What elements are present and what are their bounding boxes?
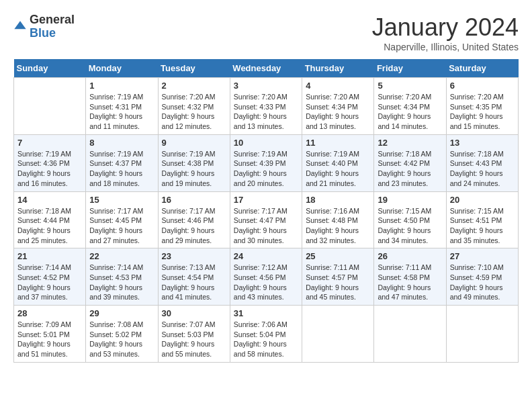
day-info: Sunrise: 7:16 AMSunset: 4:48 PMDaylight:… [306,206,370,246]
day-number: 8 [89,138,154,148]
day-info: Sunrise: 7:17 AMSunset: 4:47 PMDaylight:… [234,206,298,246]
day-number: 1 [89,81,154,91]
day-number: 5 [378,81,442,91]
calendar-cell: 26Sunrise: 7:11 AMSunset: 4:58 PMDayligh… [374,248,446,306]
svg-marker-0 [14,21,26,29]
day-info: Sunrise: 7:11 AMSunset: 4:57 PMDaylight:… [306,263,370,302]
day-info: Sunrise: 7:17 AMSunset: 4:45 PMDaylight:… [89,206,154,246]
calendar-cell: 25Sunrise: 7:11 AMSunset: 4:57 PMDayligh… [302,248,374,306]
day-number: 23 [162,251,226,261]
logo-icon [13,20,27,34]
day-info: Sunrise: 7:19 AMSunset: 4:39 PMDaylight:… [234,149,298,189]
day-number: 16 [162,195,226,205]
day-number: 25 [306,251,370,261]
calendar-cell: 4Sunrise: 7:20 AMSunset: 4:34 PMDaylight… [302,78,374,135]
day-number: 9 [162,138,226,148]
day-info: Sunrise: 7:20 AMSunset: 4:32 PMDaylight:… [162,92,226,132]
day-number: 19 [378,195,442,205]
calendar-day-header: Saturday [446,59,518,78]
calendar-cell: 19Sunrise: 7:15 AMSunset: 4:50 PMDayligh… [374,191,446,248]
calendar-cell: 24Sunrise: 7:12 AMSunset: 4:56 PMDayligh… [230,248,302,306]
page-header: General Blue January 2024 Naperville, Il… [13,13,519,52]
calendar-cell [374,306,446,363]
calendar-cell: 11Sunrise: 7:19 AMSunset: 4:40 PMDayligh… [302,134,374,191]
calendar-cell: 16Sunrise: 7:17 AMSunset: 4:46 PMDayligh… [158,191,230,248]
day-number: 7 [17,138,82,148]
logo: General Blue [13,13,75,40]
calendar-cell: 18Sunrise: 7:16 AMSunset: 4:48 PMDayligh… [302,191,374,248]
logo-blue-text: Blue [30,27,75,40]
calendar-cell: 8Sunrise: 7:19 AMSunset: 4:37 PMDaylight… [86,134,158,191]
day-number: 11 [306,138,370,148]
calendar-day-header: Wednesday [230,59,302,78]
calendar-cell: 1Sunrise: 7:19 AMSunset: 4:31 PMDaylight… [86,78,158,135]
calendar-cell: 12Sunrise: 7:18 AMSunset: 4:42 PMDayligh… [374,134,446,191]
calendar-cell [14,78,86,135]
day-number: 18 [306,195,370,205]
month-title: January 2024 [372,13,519,42]
calendar-cell: 28Sunrise: 7:09 AMSunset: 5:01 PMDayligh… [14,306,86,363]
calendar-cell: 14Sunrise: 7:18 AMSunset: 4:44 PMDayligh… [14,191,86,248]
logo-general-text: General [30,13,75,27]
day-number: 13 [450,138,515,148]
logo-text: General Blue [30,13,75,40]
day-info: Sunrise: 7:19 AMSunset: 4:31 PMDaylight:… [89,92,154,132]
calendar-week-row: 28Sunrise: 7:09 AMSunset: 5:01 PMDayligh… [14,306,519,363]
day-info: Sunrise: 7:19 AMSunset: 4:37 PMDaylight:… [89,149,154,189]
day-info: Sunrise: 7:14 AMSunset: 4:53 PMDaylight:… [89,263,154,302]
day-number: 17 [234,195,298,205]
calendar-day-header: Monday [86,59,158,78]
calendar-header-row: SundayMondayTuesdayWednesdayThursdayFrid… [14,59,519,78]
day-info: Sunrise: 7:18 AMSunset: 4:44 PMDaylight:… [17,206,82,246]
calendar-week-row: 14Sunrise: 7:18 AMSunset: 4:44 PMDayligh… [14,191,519,248]
day-info: Sunrise: 7:20 AMSunset: 4:34 PMDaylight:… [378,92,442,132]
calendar-cell: 27Sunrise: 7:10 AMSunset: 4:59 PMDayligh… [446,248,518,306]
day-number: 22 [89,251,154,261]
day-number: 24 [234,251,298,261]
calendar-cell: 2Sunrise: 7:20 AMSunset: 4:32 PMDaylight… [158,78,230,135]
day-number: 4 [306,81,370,91]
day-info: Sunrise: 7:13 AMSunset: 4:54 PMDaylight:… [162,263,226,302]
calendar-cell: 5Sunrise: 7:20 AMSunset: 4:34 PMDaylight… [374,78,446,135]
day-number: 21 [17,251,82,261]
title-block: January 2024 Naperville, Illinois, Unite… [372,13,519,52]
calendar-cell: 30Sunrise: 7:07 AMSunset: 5:03 PMDayligh… [158,306,230,363]
day-info: Sunrise: 7:10 AMSunset: 4:59 PMDaylight:… [450,263,515,302]
calendar-cell: 31Sunrise: 7:06 AMSunset: 5:04 PMDayligh… [230,306,302,363]
day-info: Sunrise: 7:08 AMSunset: 5:02 PMDaylight:… [89,320,154,359]
day-number: 12 [378,138,442,148]
day-number: 29 [89,308,154,318]
day-number: 26 [378,251,442,261]
calendar-table: SundayMondayTuesdayWednesdayThursdayFrid… [13,59,519,363]
day-number: 14 [17,195,82,205]
day-info: Sunrise: 7:15 AMSunset: 4:50 PMDaylight:… [378,206,442,246]
calendar-week-row: 21Sunrise: 7:14 AMSunset: 4:52 PMDayligh… [14,248,519,306]
day-info: Sunrise: 7:19 AMSunset: 4:40 PMDaylight:… [306,149,370,189]
calendar-cell: 22Sunrise: 7:14 AMSunset: 4:53 PMDayligh… [86,248,158,306]
calendar-cell: 9Sunrise: 7:19 AMSunset: 4:38 PMDaylight… [158,134,230,191]
calendar-day-header: Sunday [14,59,86,78]
day-info: Sunrise: 7:09 AMSunset: 5:01 PMDaylight:… [17,320,82,359]
day-number: 3 [234,81,298,91]
day-number: 20 [450,195,515,205]
calendar-cell: 10Sunrise: 7:19 AMSunset: 4:39 PMDayligh… [230,134,302,191]
calendar-week-row: 1Sunrise: 7:19 AMSunset: 4:31 PMDaylight… [14,78,519,135]
calendar-week-row: 7Sunrise: 7:19 AMSunset: 4:36 PMDaylight… [14,134,519,191]
day-number: 10 [234,138,298,148]
calendar-cell: 21Sunrise: 7:14 AMSunset: 4:52 PMDayligh… [14,248,86,306]
day-number: 30 [162,308,226,318]
day-number: 2 [162,81,226,91]
day-number: 31 [234,308,298,318]
calendar-cell: 3Sunrise: 7:20 AMSunset: 4:33 PMDaylight… [230,78,302,135]
day-info: Sunrise: 7:20 AMSunset: 4:33 PMDaylight:… [234,92,298,132]
calendar-cell: 20Sunrise: 7:15 AMSunset: 4:51 PMDayligh… [446,191,518,248]
day-number: 28 [17,308,82,318]
calendar-cell: 17Sunrise: 7:17 AMSunset: 4:47 PMDayligh… [230,191,302,248]
day-number: 27 [450,251,515,261]
day-info: Sunrise: 7:12 AMSunset: 4:56 PMDaylight:… [234,263,298,302]
day-info: Sunrise: 7:14 AMSunset: 4:52 PMDaylight:… [17,263,82,302]
day-info: Sunrise: 7:19 AMSunset: 4:38 PMDaylight:… [162,149,226,189]
location-text: Naperville, Illinois, United States [372,42,519,52]
calendar-cell: 23Sunrise: 7:13 AMSunset: 4:54 PMDayligh… [158,248,230,306]
calendar-cell: 15Sunrise: 7:17 AMSunset: 4:45 PMDayligh… [86,191,158,248]
